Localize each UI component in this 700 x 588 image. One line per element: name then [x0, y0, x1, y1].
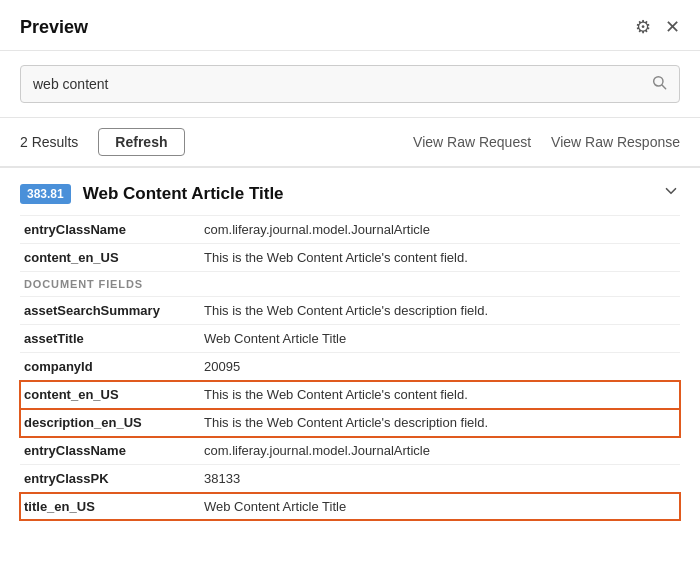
result-item: 383.81Web Content Article TitleentryClas…	[20, 182, 680, 521]
toolbar: 2 Results Refresh View Raw Request View …	[0, 118, 700, 168]
field-value: This is the Web Content Article's conten…	[200, 381, 680, 409]
gear-icon[interactable]: ⚙	[635, 16, 651, 38]
field-name: assetTitle	[20, 325, 200, 353]
table-row: content_en_USThis is the Web Content Art…	[20, 381, 680, 409]
search-icon	[651, 74, 667, 94]
table-row: entryClassPK38133	[20, 465, 680, 493]
field-value: com.liferay.journal.model.JournalArticle	[200, 216, 680, 244]
section-label-row: DOCUMENT FIELDS	[20, 272, 680, 297]
table-row: title_en_USWeb Content Article Title	[20, 493, 680, 521]
view-raw-response-link[interactable]: View Raw Response	[551, 134, 680, 150]
header: Preview ⚙ ✕ 2 Results Refresh View Raw R…	[0, 0, 700, 168]
score-badge: 383.81	[20, 184, 71, 204]
table-row: assetSearchSummaryThis is the Web Conten…	[20, 297, 680, 325]
field-value: This is the Web Content Article's descri…	[200, 409, 680, 437]
field-name: entryClassName	[20, 216, 200, 244]
result-title: Web Content Article Title	[83, 184, 650, 204]
view-raw-request-link[interactable]: View Raw Request	[413, 134, 531, 150]
table-row: entryClassNamecom.liferay.journal.model.…	[20, 216, 680, 244]
field-name: entryClassPK	[20, 465, 200, 493]
field-value: 20095	[200, 353, 680, 381]
page-title: Preview	[20, 17, 88, 38]
chevron-down-icon[interactable]	[662, 182, 680, 205]
field-name: content_en_US	[20, 381, 200, 409]
field-name: entryClassName	[20, 437, 200, 465]
section-label: DOCUMENT FIELDS	[20, 272, 680, 297]
results-section: 383.81Web Content Article TitleentryClas…	[0, 182, 700, 521]
refresh-button[interactable]: Refresh	[98, 128, 184, 156]
field-value: This is the Web Content Article's descri…	[200, 297, 680, 325]
field-name: companyId	[20, 353, 200, 381]
field-value: This is the Web Content Article's conten…	[200, 244, 680, 272]
search-bar	[0, 51, 700, 118]
table-row: companyId20095	[20, 353, 680, 381]
svg-line-1	[662, 85, 666, 89]
field-name: content_en_US	[20, 244, 200, 272]
field-name: title_en_US	[20, 493, 200, 521]
table-row: assetTitleWeb Content Article Title	[20, 325, 680, 353]
fields-table: entryClassNamecom.liferay.journal.model.…	[20, 215, 680, 520]
result-header: 383.81Web Content Article Title	[20, 182, 680, 205]
field-value: 38133	[200, 465, 680, 493]
results-count: 2 Results	[20, 134, 78, 150]
table-row: description_en_USThis is the Web Content…	[20, 409, 680, 437]
table-row: entryClassNamecom.liferay.journal.model.…	[20, 437, 680, 465]
table-row: content_en_USThis is the Web Content Art…	[20, 244, 680, 272]
close-icon[interactable]: ✕	[665, 16, 680, 38]
field-value: Web Content Article Title	[200, 325, 680, 353]
field-name: assetSearchSummary	[20, 297, 200, 325]
field-name: description_en_US	[20, 409, 200, 437]
search-input[interactable]	[33, 76, 651, 92]
field-value: Web Content Article Title	[200, 493, 680, 521]
field-value: com.liferay.journal.model.JournalArticle	[200, 437, 680, 465]
